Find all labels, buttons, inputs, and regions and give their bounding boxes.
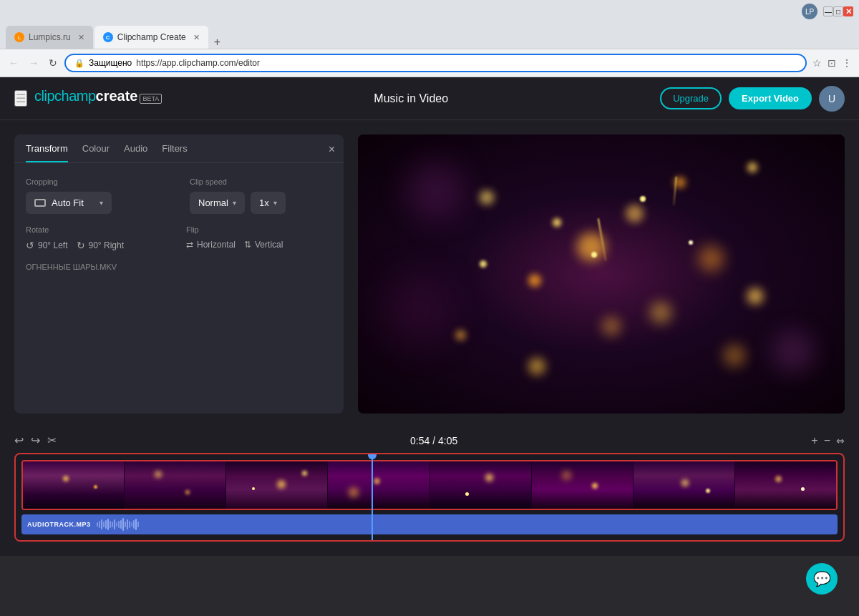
back-button[interactable]: ←: [6, 56, 21, 70]
flip-label: Flip: [186, 225, 332, 234]
timeline-section: ↩ ↪ ✂ 0:54 / 4:05 + − ⇔: [0, 428, 859, 556]
speed-dropdown[interactable]: Normal ▾: [190, 192, 245, 214]
minimize-button[interactable]: —: [823, 6, 833, 16]
rotate-right-button[interactable]: ↻ 90° Right: [77, 240, 125, 251]
bookmark-button[interactable]: ☆: [811, 56, 823, 70]
playhead-circle: [368, 453, 377, 459]
browser-tabs: L Lumpics.ru ✕ C Clipchamp Create ✕ +: [0, 23, 859, 49]
flip-horizontal-icon: ⇄: [186, 240, 193, 250]
zoom-in-button[interactable]: +: [811, 434, 817, 447]
refresh-button[interactable]: ↻: [46, 56, 60, 70]
tab-colour[interactable]: Colour: [82, 143, 110, 162]
new-tab-button[interactable]: +: [210, 36, 225, 49]
filename-text: ОГНЕННЫЕ ШАРЫ.MKV: [26, 263, 332, 271]
cropping-value: Auto Fit: [52, 197, 84, 208]
app-header: ☰ clipchamp create BETA Music in Video U…: [0, 77, 859, 120]
maximize-button[interactable]: □: [833, 6, 843, 16]
app-logo: clipchamp create BETA: [34, 88, 162, 109]
secure-label: Защищено: [89, 58, 132, 68]
speed-controls: Normal ▾ 1x ▾: [190, 192, 332, 214]
speed-value: Normal: [198, 197, 228, 208]
cut-button[interactable]: ✂: [47, 434, 57, 447]
bokeh-container: [358, 135, 845, 414]
clipchamp-favicon: C: [103, 32, 113, 42]
logo-beta: BETA: [140, 94, 162, 104]
header-actions: Upgrade Export Video U: [660, 86, 845, 112]
browser-actions: ☆ ⊡ ⋮: [811, 56, 853, 70]
address-field[interactable]: 🔒 Защищено https://app.clipchamp.com/edi…: [64, 54, 807, 72]
cropping-label: Cropping: [26, 177, 168, 186]
browser-titlebar: LP — □ ✕: [0, 0, 859, 23]
logo-create: create: [96, 88, 138, 104]
cropping-section: Cropping Auto Fit ▾: [26, 177, 168, 214]
audio-track-label: AUDIOTRACK.MP3: [27, 521, 91, 528]
multiplier-dropdown-arrow: ▾: [273, 199, 277, 207]
forward-button[interactable]: →: [26, 56, 42, 70]
menu-button[interactable]: ⋮: [840, 56, 853, 70]
clipchamp-tab-close[interactable]: ✕: [193, 33, 200, 42]
video-track[interactable]: [21, 460, 838, 510]
hamburger-menu[interactable]: ☰: [14, 90, 27, 107]
rotate-left-button[interactable]: ↺ 90° Left: [26, 240, 68, 251]
flip-buttons: ⇄ Horizontal ⇅ Vertical: [186, 240, 332, 250]
clipchamp-tab-label: Clipchamp Create: [117, 32, 186, 42]
main-content: × Transform Colour Audio Filters Croppin…: [0, 120, 859, 428]
tab-transform[interactable]: Transform: [26, 143, 68, 162]
flip-horizontal-button[interactable]: ⇄ Horizontal: [186, 240, 236, 250]
lumpics-tab-label: Lumpics.ru: [29, 32, 71, 42]
rotate-section: Rotate ↺ 90° Left ↻ 90° Right: [26, 225, 172, 251]
undo-button[interactable]: ↩: [14, 434, 24, 447]
rotate-flip-row: Rotate ↺ 90° Left ↻ 90° Right: [26, 225, 332, 251]
browser-user-badge: LP: [802, 4, 817, 19]
timeline-area: AUDIOTRACK.MP3: [14, 453, 845, 542]
upgrade-button[interactable]: Upgrade: [660, 87, 722, 109]
rotate-left-label: 90° Left: [38, 240, 68, 250]
flip-vertical-button[interactable]: ⇅ Vertical: [244, 240, 283, 250]
rotate-right-label: 90° Right: [89, 240, 125, 250]
timeline-zoom: + − ⇔: [811, 434, 845, 447]
tab-audio[interactable]: Audio: [124, 143, 147, 162]
video-preview: [358, 135, 845, 414]
browser-tab-lumpics[interactable]: L Lumpics.ru ✕: [6, 26, 93, 49]
redo-button[interactable]: ↪: [31, 434, 40, 447]
header-center: Music in Video: [162, 92, 660, 105]
flip-section: Flip ⇄ Horizontal ⇅ Vertical: [186, 225, 332, 251]
panel-tabs: Transform Colour Audio Filters: [14, 135, 344, 163]
flip-horizontal-label: Horizontal: [197, 240, 236, 250]
cast-button[interactable]: ⊡: [826, 56, 838, 70]
rotate-right-icon: ↻: [77, 240, 85, 251]
project-title: Music in Video: [374, 92, 448, 104]
rotate-label: Rotate: [26, 225, 172, 234]
browser-tab-clipchamp[interactable]: C Clipchamp Create ✕: [94, 26, 208, 49]
timeline-playhead: [372, 454, 373, 540]
timeline-expand-button[interactable]: ⇔: [836, 435, 845, 446]
zoom-out-button[interactable]: −: [824, 434, 830, 447]
export-button[interactable]: Export Video: [729, 87, 812, 109]
video-preview-inner: [358, 135, 845, 414]
speed-dropdown-arrow: ▾: [233, 199, 236, 207]
crop-speed-row: Cropping Auto Fit ▾ Clip speed Normal: [26, 177, 332, 214]
rotate-buttons: ↺ 90° Left ↻ 90° Right: [26, 240, 172, 251]
user-avatar[interactable]: U: [819, 86, 845, 112]
close-button[interactable]: ✕: [843, 6, 853, 16]
flip-vertical-icon: ⇅: [244, 240, 251, 250]
browser-address-bar: ← → ↻ 🔒 Защищено https://app.clipchamp.c…: [0, 49, 859, 77]
rotate-left-icon: ↺: [26, 240, 34, 251]
timeline-controls: ↩ ↪ ✂ 0:54 / 4:05 + − ⇔: [14, 428, 845, 453]
clip-speed-label: Clip speed: [190, 177, 332, 186]
flip-vertical-label: Vertical: [255, 240, 283, 250]
crop-icon: [34, 199, 46, 207]
address-text: https://app.clipchamp.com/editor: [136, 58, 797, 68]
lumpics-favicon: L: [14, 32, 24, 42]
multiplier-dropdown[interactable]: 1x ▾: [251, 192, 286, 214]
browser-chrome: LP — □ ✕ L Lumpics.ru ✕ C Clipchamp Crea…: [0, 0, 859, 77]
cropping-dropdown[interactable]: Auto Fit ▾: [26, 192, 112, 214]
multiplier-value: 1x: [259, 197, 269, 208]
clip-speed-section: Clip speed Normal ▾ 1x ▾: [190, 177, 332, 214]
tab-filters[interactable]: Filters: [162, 143, 187, 162]
audio-track[interactable]: AUDIOTRACK.MP3: [21, 514, 838, 534]
app-container: ☰ clipchamp create BETA Music in Video U…: [0, 77, 859, 556]
panel-close-button[interactable]: ×: [329, 143, 335, 156]
lumpics-tab-close[interactable]: ✕: [78, 33, 84, 42]
chat-bubble-button[interactable]: 💬: [806, 563, 838, 595]
